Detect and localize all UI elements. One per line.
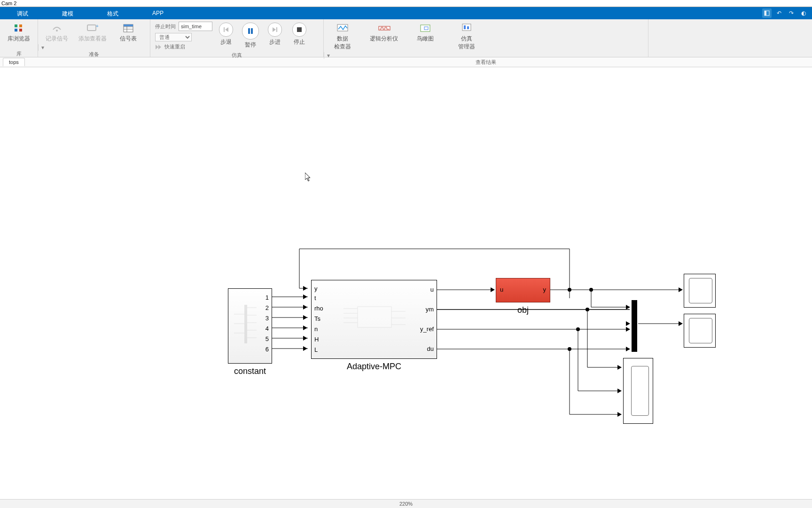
add-viewer-button[interactable]: + 添加查看器 <box>78 21 107 43</box>
window-titlebar: Cam 2 <box>0 0 812 7</box>
port-5: 5 <box>265 335 269 342</box>
pause-icon <box>242 23 259 40</box>
port-2: 2 <box>265 304 269 311</box>
step-forward-icon <box>268 23 282 37</box>
quick-actions: ↶ ↷ ◐ <box>762 8 808 18</box>
svg-rect-22 <box>297 27 302 32</box>
adaptive-mpc-block[interactable]: y t rho Ts n H L u ym y_ref du <box>311 280 437 359</box>
port-6: 6 <box>265 346 269 353</box>
birdseye-button[interactable]: 鸟瞰图 <box>411 21 439 43</box>
arrow-icon <box>617 365 622 370</box>
svg-rect-23 <box>337 24 348 31</box>
arrow-icon <box>617 389 622 393</box>
model-canvas[interactable]: 1 2 3 4 5 6 constant y t rho Ts n H L u … <box>0 67 812 508</box>
menu-bar: 调试 建模 格式 APP ↶ ↷ ◐ <box>0 7 812 19</box>
arrow-icon <box>303 346 307 351</box>
mux-block[interactable] <box>632 300 637 352</box>
results-dropdown[interactable]: ▾ <box>324 52 333 59</box>
data-inspector-button[interactable]: 数据 检查器 <box>328 21 357 51</box>
in-h: H <box>314 336 319 343</box>
svg-rect-19 <box>251 28 253 34</box>
library-browser-button[interactable]: 库浏览器 <box>5 21 33 43</box>
svg-rect-2 <box>15 24 17 27</box>
dock-icon[interactable] <box>762 8 772 18</box>
prepare-dropdown[interactable]: ▾ <box>38 44 47 51</box>
svg-rect-28 <box>464 25 466 29</box>
stop-button[interactable]: 停止 <box>290 23 308 46</box>
svg-rect-25 <box>421 25 430 32</box>
arrow-icon <box>679 321 683 326</box>
sim-manager-button[interactable]: 仿真 管理器 <box>453 21 481 51</box>
svg-point-34 <box>576 327 580 331</box>
svg-rect-24 <box>379 26 390 30</box>
svg-point-31 <box>568 288 571 292</box>
scope-block[interactable] <box>623 358 653 424</box>
tab-format[interactable]: 格式 <box>90 7 135 19</box>
stoptime-input[interactable] <box>179 22 212 31</box>
arrow-icon <box>617 412 622 417</box>
out-du: du <box>427 345 434 352</box>
step-forward-button[interactable]: 步进 <box>266 23 284 46</box>
arrow-icon <box>303 286 307 291</box>
arrow-icon <box>491 287 495 292</box>
log-signal-button[interactable]: 记录信号 <box>43 21 71 43</box>
arrow-icon <box>679 287 683 292</box>
svg-rect-3 <box>19 24 22 27</box>
pause-button[interactable]: 暂停 <box>242 23 259 49</box>
obj-in-u: u <box>500 286 503 293</box>
fast-restart-icon <box>155 44 162 50</box>
svg-rect-27 <box>462 24 471 31</box>
svg-point-33 <box>586 308 589 311</box>
constant-label: constant <box>234 366 266 376</box>
help-icon[interactable]: ◐ <box>799 8 808 18</box>
fast-restart-button[interactable]: 快速重启 <box>155 43 212 50</box>
arrow-icon <box>626 347 630 351</box>
group-prepare-label: 准备 <box>38 51 150 57</box>
tab-debug[interactable]: 调试 <box>0 7 45 19</box>
sim-mode-select[interactable]: 普通 <box>155 33 192 41</box>
mpc-label: Adaptive-MPC <box>347 362 401 372</box>
in-l: L <box>314 346 318 353</box>
out-yref: y_ref <box>420 325 434 333</box>
scope-block[interactable] <box>684 314 716 348</box>
in-t: t <box>314 294 316 302</box>
group-library-label: 库 <box>0 50 38 57</box>
obj-out-y: y <box>543 286 547 293</box>
svg-marker-14 <box>156 45 158 49</box>
in-n: n <box>314 325 318 333</box>
svg-rect-1 <box>765 11 766 16</box>
svg-rect-45 <box>358 307 391 327</box>
svg-point-6 <box>56 30 58 32</box>
logic-icon <box>377 23 390 34</box>
arrow-icon <box>626 327 630 332</box>
title-suffix: Cam 2 <box>1 0 16 6</box>
constant-block[interactable]: 1 2 3 4 5 6 <box>228 288 272 364</box>
group-results-label: 查看结果 <box>324 59 648 65</box>
step-back-button[interactable]: 步退 <box>217 23 235 46</box>
redo-icon[interactable]: ↷ <box>787 8 796 18</box>
logic-analyzer-button[interactable]: 逻辑分析仪 <box>370 21 398 43</box>
zoom-level[interactable]: 220% <box>399 501 413 507</box>
waveform-icon <box>336 23 349 34</box>
breadcrumb-tab[interactable]: tops <box>3 58 25 66</box>
undo-icon[interactable]: ↶ <box>774 8 784 18</box>
cursor-icon <box>305 173 312 182</box>
signal-table-button[interactable]: 信号表 <box>114 21 142 43</box>
sim-manager-icon <box>460 23 473 34</box>
obj-block[interactable]: u y <box>496 278 550 302</box>
arrow-icon <box>626 321 630 326</box>
tab-app[interactable]: APP <box>135 7 180 19</box>
ribbon: 库浏览器 库 记录信号 + 添加查看器 信号表 <box>0 19 812 57</box>
tab-model[interactable]: 建模 <box>45 7 90 19</box>
sim-settings: 停止时间 普通 快速重启 <box>155 21 212 50</box>
svg-point-32 <box>589 288 593 292</box>
arrow-icon <box>303 325 307 330</box>
port-4: 4 <box>265 325 269 332</box>
scope-plus-icon: + <box>86 23 99 34</box>
svg-marker-17 <box>225 27 228 32</box>
stop-icon <box>292 23 306 37</box>
scope-block[interactable] <box>684 274 716 308</box>
svg-text:+: + <box>96 24 99 29</box>
svg-marker-30 <box>305 173 310 181</box>
port-1: 1 <box>265 294 269 301</box>
